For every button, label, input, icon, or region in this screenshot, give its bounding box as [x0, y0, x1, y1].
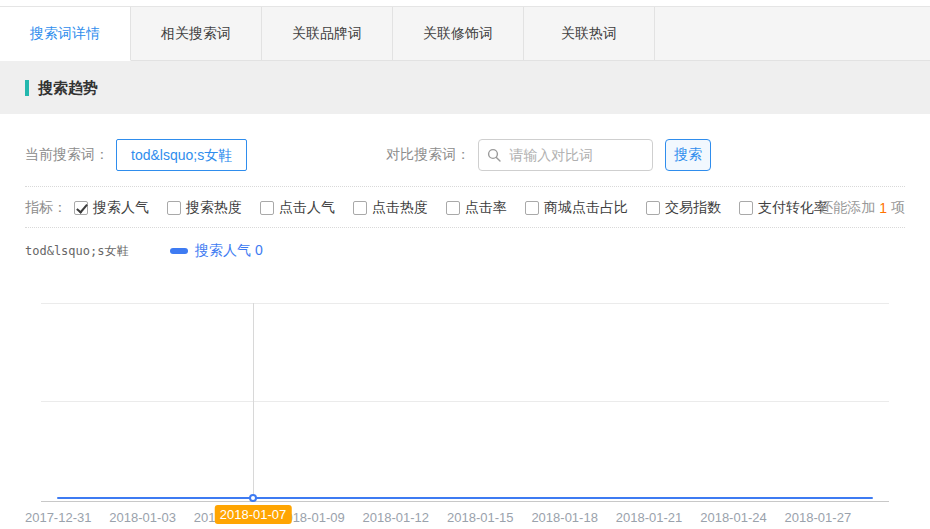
metric-search-popularity[interactable]: 搜索人气 — [74, 199, 149, 217]
compare-term-input[interactable] — [478, 139, 653, 171]
metric-search-heat[interactable]: 搜索热度 — [167, 199, 242, 217]
tab-label: 相关搜索词 — [161, 25, 231, 43]
tab-related-hot-terms[interactable]: 关联热词 — [524, 7, 655, 61]
metric-label: 交易指数 — [665, 199, 721, 217]
search-term-row: 当前搜索词： tod&lsquo;s女鞋 对比搜索词： 搜索 — [25, 139, 905, 171]
metric-label: 支付转化率 — [758, 199, 828, 217]
legend-series-name: 搜索人气 — [195, 242, 251, 258]
checkbox-icon[interactable] — [525, 201, 539, 215]
checkbox-icon[interactable] — [260, 201, 274, 215]
checkbox-icon[interactable] — [446, 201, 460, 215]
divider — [25, 186, 905, 187]
checkbox-icon[interactable] — [74, 201, 88, 215]
x-tick-label: 2018-01-12 — [354, 510, 438, 525]
metric-label: 点击率 — [465, 199, 507, 217]
x-tick-label: 2018-01-21 — [607, 510, 691, 525]
trend-panel: 当前搜索词： tod&lsquo;s女鞋 对比搜索词： 搜索 指标： 搜索人气 — [0, 114, 930, 528]
series-line-icon[interactable] — [170, 248, 188, 254]
checkbox-icon[interactable] — [353, 201, 367, 215]
metrics-label: 指标： — [25, 199, 67, 217]
x-tick-label: 2018-01-18 — [522, 510, 606, 525]
series-line[interactable] — [57, 497, 873, 499]
metrics-row: 指标： 搜索人气 搜索热度 点击人气 点击热度 点击率 — [25, 194, 905, 222]
tab-label: 关联热词 — [561, 25, 617, 43]
metric-label: 搜索人气 — [93, 199, 149, 217]
gridline — [41, 401, 889, 402]
section-header: 搜索趋势 — [0, 61, 930, 114]
tab-related-modifier-terms[interactable]: 关联修饰词 — [393, 7, 524, 61]
metric-click-popularity[interactable]: 点击人气 — [260, 199, 335, 217]
current-term-box[interactable]: tod&lsquo;s女鞋 — [116, 139, 247, 171]
top-border — [0, 0, 930, 7]
divider — [25, 227, 905, 228]
hover-date-badge: 2018-01-07 — [215, 505, 292, 524]
search-button[interactable]: 搜索 — [665, 139, 711, 171]
hover-guide-line — [253, 303, 254, 498]
metric-click-rate[interactable]: 点击率 — [446, 199, 507, 217]
compare-input-wrap — [478, 139, 653, 171]
section-title: 搜索趋势 — [25, 80, 98, 96]
tab-bar: 搜索词详情 相关搜索词 关联品牌词 关联修饰词 关联热词 — [0, 7, 930, 61]
metric-click-heat[interactable]: 点击热度 — [353, 199, 428, 217]
x-axis-labels: 2017-12-31 2018-01-03 2018-01-06 2018-01… — [16, 510, 860, 525]
metric-mall-click-share[interactable]: 商城点击占比 — [525, 199, 628, 217]
x-axis-line — [41, 501, 889, 502]
search-term-analysis-page: 搜索词详情 相关搜索词 关联品牌词 关联修饰词 关联热词 搜索趋势 当前搜索词：… — [0, 0, 930, 529]
tab-label: 关联品牌词 — [292, 25, 362, 43]
hover-data-point[interactable] — [249, 494, 257, 502]
remaining-prefix: 还能添加 — [819, 199, 875, 217]
current-term-label: 当前搜索词： — [25, 146, 109, 164]
metric-label: 点击热度 — [372, 199, 428, 217]
magnifier-icon — [487, 148, 501, 162]
x-tick-label: 2018-01-24 — [691, 510, 775, 525]
x-tick-label: 2017-12-31 — [16, 510, 100, 525]
tab-search-term-detail[interactable]: 搜索词详情 — [0, 7, 131, 61]
x-tick-label: 2018-01-27 — [776, 510, 860, 525]
chart-legend: tod&lsquo;s女鞋 搜索人气 0 — [25, 242, 263, 260]
checkbox-icon[interactable] — [646, 201, 660, 215]
tab-related-search-terms[interactable]: 相关搜索词 — [131, 7, 262, 61]
metric-label: 搜索热度 — [186, 199, 242, 217]
gridline — [41, 303, 889, 304]
legend-term: tod&lsquo;s女鞋 — [25, 243, 170, 260]
tab-related-brand-terms[interactable]: 关联品牌词 — [262, 7, 393, 61]
metric-label: 点击人气 — [279, 199, 335, 217]
tab-bar-filler — [655, 7, 930, 61]
checkbox-icon[interactable] — [167, 201, 181, 215]
legend-series[interactable]: 搜索人气 0 — [195, 242, 263, 260]
x-tick-label: 2018-01-03 — [100, 510, 184, 525]
metric-payment-conversion[interactable]: 支付转化率 — [739, 199, 828, 217]
x-tick-label: 2018-01-15 — [438, 510, 522, 525]
compare-term-label: 对比搜索词： — [386, 146, 470, 164]
metric-label: 商城点击占比 — [544, 199, 628, 217]
tab-label: 关联修饰词 — [423, 25, 493, 43]
legend-series-value: 0 — [255, 242, 263, 258]
remaining-count: 1 — [879, 200, 887, 216]
remaining-suffix: 项 — [891, 199, 905, 217]
metric-transaction-index[interactable]: 交易指数 — [646, 199, 721, 217]
checkbox-icon[interactable] — [739, 201, 753, 215]
remaining-quota: 还能添加 1 项 — [819, 194, 905, 222]
tab-label: 搜索词详情 — [30, 25, 100, 43]
